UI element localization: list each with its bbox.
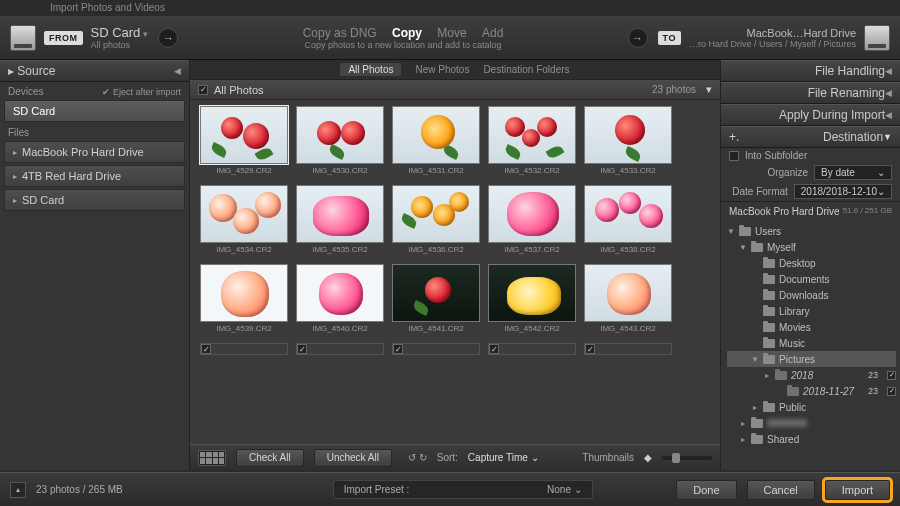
thumbnail-filename: IMG_4536.CR2 [392,245,480,256]
thumbnail-filename: IMG_4541.CR2 [392,324,480,335]
thumbnail-cell[interactable]: ✓IMG_4531.CR2 [392,106,480,177]
thumbnail-cell[interactable]: ✓IMG_4543.CR2 [584,264,672,335]
expand-icon[interactable]: ▴ [10,482,26,498]
thumbnail-cell[interactable]: ✓ [488,343,576,355]
drive-4tb[interactable]: ▸4TB Red Hard Drive [4,165,185,187]
date-format-select[interactable]: 2018/2018-12-10⌄ [794,184,892,199]
thumbnail-cell[interactable]: ✓ [392,343,480,355]
mode-description: Copy photos to a new location and add to… [188,40,617,50]
sort-value[interactable]: Capture Time ⌄ [468,452,539,463]
thumbnail-grid[interactable]: ✓IMG_4529.CR2✓IMG_4530.CR2✓IMG_4531.CR2✓… [190,100,720,444]
thumb-checkbox[interactable]: ✓ [201,344,211,354]
mode-copy[interactable]: Copy [392,26,422,40]
source-sub: All photos [91,40,149,50]
right-panel: File Handling ◀ File Renaming ◀ Apply Du… [720,60,900,470]
thumbnail-cell[interactable]: ✓IMG_4532.CR2 [488,106,576,177]
thumbnail-cell[interactable]: ✓IMG_4540.CR2 [296,264,384,335]
center-toolbar: Check All Uncheck All ↺ ↻ Sort: Capture … [190,444,720,470]
arrow-right-icon[interactable]: → [158,28,178,48]
section-destination[interactable]: Destination [823,130,883,144]
arrow-right-icon[interactable]: → [628,28,648,48]
tree-item[interactable]: Documents [779,274,830,285]
device-sd-card[interactable]: SD Card [4,100,185,122]
rotate-icon[interactable]: ↺ ↻ [408,452,427,463]
section-file-handling[interactable]: File Handling [815,64,885,78]
to-badge: TO [658,31,681,45]
thumb-checkbox[interactable]: ✓ [489,344,499,354]
thumbnail-cell[interactable]: ✓IMG_4539.CR2 [200,264,288,335]
mode-add[interactable]: Add [482,26,503,40]
tree-item[interactable]: Library [779,306,810,317]
center-tabs[interactable]: All Photos New Photos Destination Folder… [190,60,720,80]
import-button[interactable]: Import [825,480,890,500]
year-checkbox[interactable]: ✓ [887,371,896,380]
thumbnail-cell[interactable]: ✓IMG_4542.CR2 [488,264,576,335]
cancel-button[interactable]: Cancel [747,480,815,500]
check-all-button[interactable]: Check All [236,449,304,467]
thumbnail-cell[interactable]: ✓ [584,343,672,355]
done-button[interactable]: Done [676,480,736,500]
thumbnail-filename: IMG_4538.CR2 [584,245,672,256]
thumb-checkbox[interactable]: ✓ [393,344,403,354]
thumbnail-filename: IMG_4531.CR2 [392,166,480,177]
thumb-checkbox[interactable]: ✓ [297,344,307,354]
dest-name[interactable]: MacBook…Hard Drive [747,27,856,39]
date-format-label: Date Format [732,186,788,197]
drive-sd[interactable]: ▸SD Card [4,189,185,211]
eject-after-import[interactable]: Eject after import [113,87,181,97]
thumbnail-cell[interactable]: ✓IMG_4541.CR2 [392,264,480,335]
thumbnail-cell[interactable]: ✓IMG_4537.CR2 [488,185,576,256]
top-bar: FROM SD Card ▾ All photos → Copy as DNG … [0,16,900,60]
tree-item[interactable]: Downloads [779,290,828,301]
tab-destination-folders[interactable]: Destination Folders [483,64,569,75]
thumbnail-size-slider[interactable] [662,456,712,460]
thumbnail-cell[interactable]: ✓IMG_4529.CR2 [200,106,288,177]
thumbnail-cell[interactable]: ✓IMG_4536.CR2 [392,185,480,256]
tree-item[interactable]: Music [779,338,805,349]
bottom-bar: ▴ 23 photos / 265 MB Import Preset : Non… [0,472,900,506]
organize-select[interactable]: By date⌄ [814,165,892,180]
tab-new-photos[interactable]: New Photos [415,64,469,75]
section-apply-during-import[interactable]: Apply During Import [779,108,885,122]
section-file-renaming[interactable]: File Renaming [808,86,885,100]
thumbnail-cell[interactable]: ✓ [296,343,384,355]
thumbnail-cell[interactable]: ✓IMG_4533.CR2 [584,106,672,177]
tree-item[interactable]: Desktop [779,258,816,269]
photo-count: 23 photos [652,84,696,95]
thumbnail-cell[interactable]: ✓IMG_4538.CR2 [584,185,672,256]
mode-move[interactable]: Move [437,26,466,40]
tree-item[interactable]: Movies [779,322,811,333]
thumbnail-cell[interactable]: ✓IMG_4535.CR2 [296,185,384,256]
thumbnails-label: Thumbnails [582,452,634,463]
tree-pictures[interactable]: Pictures [779,354,815,365]
folder-icon [751,419,763,428]
uncheck-all-button[interactable]: Uncheck All [314,449,392,467]
folder-icon [787,387,799,396]
thumbnail-filename: IMG_4537.CR2 [488,245,576,256]
import-preset[interactable]: Import Preset : None ⌄ [333,480,593,499]
thumbnail-cell[interactable]: ✓IMG_4534.CR2 [200,185,288,256]
drive-macbook[interactable]: ▸MacBook Pro Hard Drive [4,141,185,163]
tab-all-photos[interactable]: All Photos [340,63,401,76]
thumbnail-cell[interactable]: ✓IMG_4530.CR2 [296,106,384,177]
mode-copy-as-dng[interactable]: Copy as DNG [303,26,377,40]
source-drive-icon [10,25,36,51]
thumbnail-cell[interactable]: ✓ [200,343,288,355]
thumb-checkbox[interactable]: ✓ [585,344,595,354]
folder-icon [763,259,775,268]
folder-icon [763,323,775,332]
source-name[interactable]: SD Card [91,25,141,40]
date-checkbox[interactable]: ✓ [887,387,896,396]
grid-view-icon[interactable] [198,450,226,466]
organize-label: Organize [767,167,808,178]
left-panel: ▸ Source◀ Devices ✔ Eject after import S… [0,60,190,470]
import-modes[interactable]: Copy as DNG Copy Move Add [188,26,617,40]
files-label: Files [0,123,189,140]
folder-tree[interactable]: ▼Users ▼Myself DesktopDocumentsDownloads… [721,221,900,451]
source-header[interactable]: Source [17,64,55,78]
select-all-checkbox[interactable]: ✓ [198,85,208,95]
into-subfolder-checkbox[interactable] [729,151,739,161]
folder-icon [763,339,775,348]
into-subfolder-label: Into Subfolder [745,150,807,161]
thumbnail-filename: IMG_4540.CR2 [296,324,384,335]
